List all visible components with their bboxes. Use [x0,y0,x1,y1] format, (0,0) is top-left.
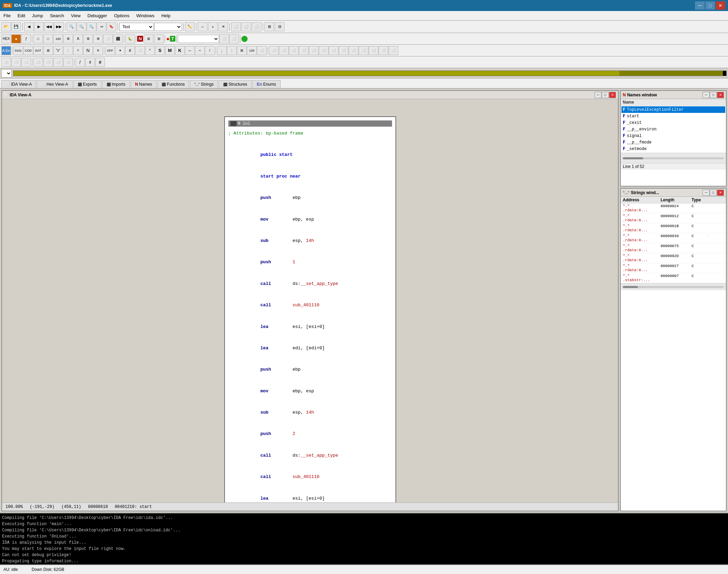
open-button[interactable]: 📂 [1,22,11,31]
n3-button[interactable]: N [83,46,93,55]
tool9-button[interactable]: fi [85,58,95,67]
link-sub2[interactable]: sub_401110 [293,474,319,479]
strings-row-6[interactable]: "." .rdata:0... 00000027 C [621,263,726,273]
seg12-button[interactable]: ⬜ [289,46,298,55]
seg9-button[interactable]: ⬛ [113,34,123,43]
tab-exports[interactable]: ⬛ Exports [73,80,101,88]
fwd-button[interactable]: ▶ [34,22,44,31]
hash-button[interactable]: # [125,46,135,55]
menu-edit[interactable]: Edit [14,12,29,20]
seg4-button[interactable]: ⚙ [63,34,73,43]
link-set-app-type1[interactable]: __set_app_type [301,281,338,286]
nnn2-button[interactable]: ⊞ [154,34,164,43]
seg19-button[interactable]: ⬜ [359,46,368,55]
names-row-3[interactable]: F __p__environ [621,126,725,132]
seg22-button[interactable]: ⬜ [389,46,398,55]
seg3-button[interactable]: 100 [53,34,63,43]
caret-button[interactable]: ^ [145,46,155,55]
progress-dropdown[interactable] [1,69,12,77]
names-row-6[interactable]: F _setmode [621,146,725,152]
names-close[interactable]: ✕ [717,92,724,98]
tool7-button[interactable]: ⬜ [63,58,73,67]
bookmark-button[interactable]: 🔖 [107,22,116,31]
strings-row-7[interactable]: "." .stabstr:... 00000007 C [621,273,726,283]
seg2-button[interactable]: □ [43,34,53,43]
bp-button[interactable]: ─ [198,22,207,31]
dd-button[interactable]: ▾ [115,46,125,55]
tool8-button[interactable]: ƒ [75,58,85,67]
names-row-0[interactable]: F TopLevelExceptionFilter [621,106,725,113]
seg14-button[interactable]: ⬜ [309,46,318,55]
arrow-button[interactable]: ↔ [185,46,195,55]
tool5-button[interactable]: ⬜ [43,58,53,67]
seg5-button[interactable]: A [73,34,83,43]
k-key-button[interactable]: K [175,46,185,55]
strings-row-1[interactable]: "." .rdata:0... 00000012 C [621,213,726,223]
str-button[interactable]: "s" [53,46,63,55]
close-button[interactable]: ✕ [716,1,725,10]
names-minimize[interactable]: ─ [703,92,709,98]
tool1-button[interactable]: ⬜ [1,58,11,67]
ida-view-close[interactable]: ✕ [609,92,616,98]
slash-button[interactable]: / [205,46,215,55]
tab-functions[interactable]: ⬛ Functions [157,80,189,88]
tool3-button[interactable]: ⬜ [21,58,31,67]
seg20-button[interactable]: ⬜ [369,46,378,55]
jump-button[interactable]: ⇒ [97,22,106,31]
dbg1-button[interactable]: 🐛 [125,34,135,43]
menu-jump[interactable]: Jump [29,12,46,20]
dbg-dropdown[interactable] [178,35,219,43]
seg13-button[interactable]: ⬜ [299,46,308,55]
layout2-button[interactable]: ⊟ [275,22,284,31]
tool10-button[interactable]: fi [95,58,105,67]
tool6-button[interactable]: ⬜ [53,58,63,67]
seg6-button[interactable]: ⚙ [83,34,93,43]
menu-help[interactable]: Help [158,12,174,20]
en-toggle[interactable]: A En [1,46,11,55]
search3-button[interactable]: 🔍 [87,22,96,31]
names-row-2[interactable]: F _cexit [621,119,725,126]
arr-button[interactable]: ⋮ [63,46,73,55]
names-row-4[interactable]: F signal [621,132,725,139]
ida-view-minimize[interactable]: ─ [595,92,601,98]
strings-row-3[interactable]: "." .rdata:0... 00000039 C · [621,233,726,243]
menu-options[interactable]: Options [110,12,133,20]
menu-windows[interactable]: Windows [133,12,158,20]
back-button[interactable]: ◀ [24,22,34,31]
seg11-button[interactable]: ⬜ [279,46,289,55]
seg18-button[interactable]: ⬜ [349,46,358,55]
tab-names[interactable]: N Names [131,80,157,88]
maximize-button[interactable]: □ [705,1,715,10]
m-key-button[interactable]: M [165,46,175,55]
search2-button[interactable]: 🔍 [77,22,86,31]
code-scroll-area[interactable]: ⬛ N lul ; Attributes: bp-based frame pub… [2,99,618,502]
colon-button[interactable]: : [227,46,237,55]
tab1-button[interactable]: ⊞ [237,46,247,55]
semi-button[interactable]: ; [217,46,227,55]
strings-maximize[interactable]: □ [710,190,717,196]
strings-row-0[interactable]: "." .rdata:0... 00000024 C [621,203,726,213]
strings-row-5[interactable]: "." .rdata:0... 0000002D C [621,253,726,263]
names-row-5[interactable]: F __p__fmode [621,139,725,146]
view-type-dropdown[interactable]: Text [119,23,154,31]
eq-button[interactable]: = [73,46,83,55]
off-button[interactable]: OFF [105,46,115,55]
hex-button[interactable]: HEX [1,34,11,43]
s-key-button[interactable]: S [155,46,165,55]
names-maximize[interactable]: □ [710,92,717,98]
bin-button[interactable]: ● [11,34,21,43]
layout1-button[interactable]: ⊞ [264,22,274,31]
dbg2-button[interactable]: ⬜ [219,34,229,43]
menu-debugger[interactable]: Debugger [84,12,110,20]
strings-scrollbar[interactable] [623,286,724,288]
tab-ida-view-a[interactable]: ⬜ IDA View-A [1,80,36,88]
tab-enums[interactable]: En Enums [252,80,281,88]
save-button[interactable]: 💾 [11,22,21,31]
tab3-button[interactable]: ⬜ [257,46,267,55]
minimize-button[interactable]: ─ [695,1,705,10]
tab-structures[interactable]: ⬛ Structures [219,80,252,88]
seg21-button[interactable]: ⬜ [379,46,388,55]
seg10-button[interactable]: ⬜ [269,46,279,55]
link-sub1[interactable]: sub_401110 [293,302,319,308]
tab-hex-view-a[interactable]: ⬜ Hex View-A [37,80,72,88]
